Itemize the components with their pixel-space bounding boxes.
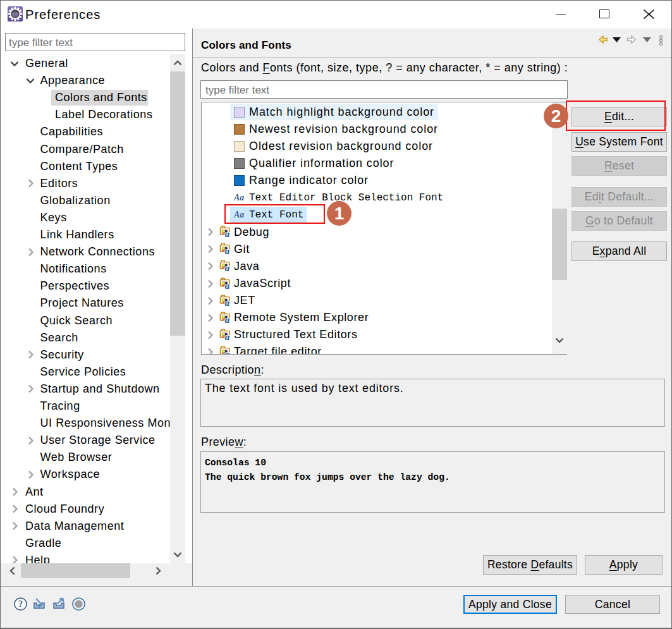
svg-text:a: a xyxy=(225,280,229,288)
svg-text:?: ? xyxy=(18,599,23,609)
svg-text:a: a xyxy=(225,331,229,339)
svg-text:a: a xyxy=(225,263,229,271)
svg-text:a: a xyxy=(225,229,229,237)
svg-text:a: a xyxy=(225,246,229,254)
svg-text:a: a xyxy=(225,314,229,322)
svg-text:a: a xyxy=(225,348,229,355)
svg-text:a: a xyxy=(225,297,229,305)
